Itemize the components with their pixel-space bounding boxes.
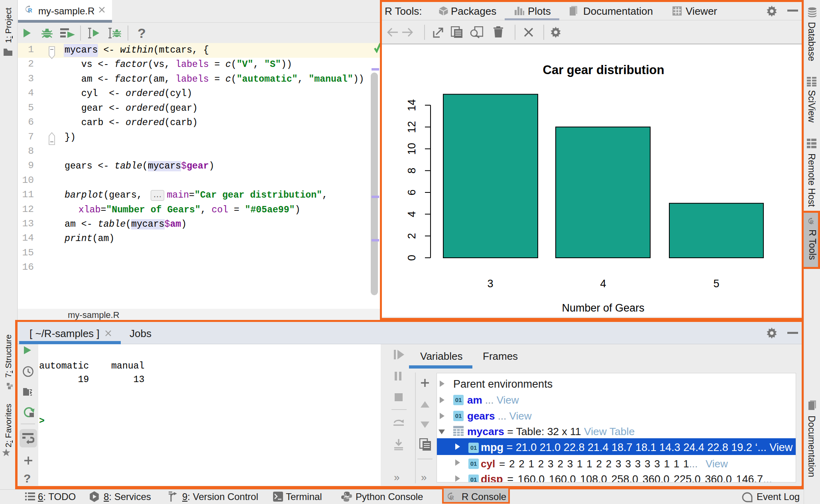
svg-text:4: 4 xyxy=(600,278,606,290)
svg-text:14: 14 xyxy=(406,99,418,111)
svg-text:2: 2 xyxy=(406,233,418,239)
svg-text:8: 8 xyxy=(406,168,418,174)
svg-text:0: 0 xyxy=(406,255,418,261)
svg-text:Number of Gears: Number of Gears xyxy=(562,302,644,314)
svg-text:5: 5 xyxy=(713,278,719,290)
svg-text:R: R xyxy=(450,494,454,501)
svg-text:6: 6 xyxy=(406,189,418,195)
svg-text:3: 3 xyxy=(487,278,493,290)
svg-text:R: R xyxy=(810,220,814,225)
svg-text:10: 10 xyxy=(406,143,418,155)
svg-text:4: 4 xyxy=(406,211,418,217)
svg-text:12: 12 xyxy=(406,121,418,133)
svg-text:R: R xyxy=(28,7,32,14)
svg-text:Car gear distribution: Car gear distribution xyxy=(543,63,665,77)
